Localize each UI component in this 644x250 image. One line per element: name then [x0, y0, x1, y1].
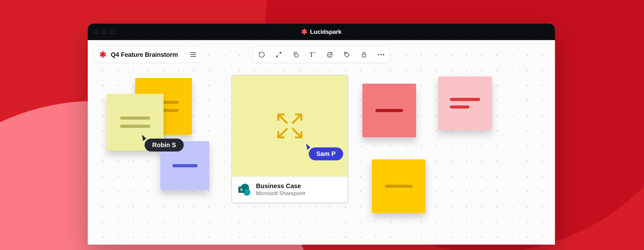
- svg-rect-5: [295, 54, 298, 57]
- window-minimize-button[interactable]: [102, 30, 107, 34]
- sticky-note[interactable]: [362, 84, 416, 137]
- document-title-button[interactable]: ✱ Q4 Feature Brainstorm: [94, 46, 185, 63]
- svg-point-14: [380, 54, 382, 55]
- selection-toolbar: T+: [253, 46, 390, 63]
- svg-line-18: [278, 129, 287, 138]
- expand-icon: [276, 51, 282, 58]
- svg-line-4: [276, 55, 278, 57]
- window-controls: [94, 30, 115, 34]
- document-title: Q4 Feature Brainstorm: [111, 51, 178, 58]
- embed-subtitle: Microsoft Sharepoint: [256, 190, 305, 197]
- svg-point-15: [383, 54, 384, 55]
- expand-button[interactable]: [270, 47, 287, 62]
- svg-line-16: [278, 115, 287, 123]
- window-zoom-button[interactable]: [110, 30, 115, 34]
- copy-icon: [293, 51, 299, 58]
- document-header: ✱ Q4 Feature Brainstorm: [94, 46, 202, 63]
- svg-line-19: [293, 129, 301, 138]
- lucidspark-logo-icon: ✱: [99, 51, 106, 59]
- svg-line-3: [279, 52, 281, 54]
- svg-point-7: [328, 54, 329, 55]
- app-window: ✱ Lucidspark ✱ Q4 Feature Brainstorm: [88, 24, 555, 245]
- app-name: Lucidspark: [310, 28, 341, 35]
- svg-rect-12: [362, 54, 366, 57]
- expand-arrows-icon: [275, 111, 305, 141]
- lock-button[interactable]: [355, 47, 373, 62]
- more-button[interactable]: [373, 47, 390, 62]
- embed-preview: [232, 75, 348, 176]
- collaborator-label: Sam P: [309, 147, 343, 160]
- window-titlebar: ✱ Lucidspark: [88, 24, 555, 40]
- svg-line-17: [293, 115, 301, 123]
- hamburger-icon: [190, 52, 196, 57]
- more-icon: [378, 54, 385, 56]
- text-button[interactable]: T+: [304, 47, 321, 62]
- collaborator-cursor-sam: Sam P: [309, 147, 343, 160]
- lock-icon: [361, 51, 367, 58]
- svg-point-6: [327, 52, 332, 57]
- text-icon: T+: [310, 51, 316, 58]
- sticky-note[interactable]: [372, 159, 426, 213]
- svg-point-8: [330, 54, 331, 55]
- refresh-icon: [258, 51, 265, 58]
- sharepoint-icon: S: [238, 184, 250, 196]
- emoji-button[interactable]: [321, 47, 338, 62]
- embedded-card[interactable]: S Business Case Microsoft Sharepoint: [231, 75, 348, 203]
- svg-point-13: [378, 54, 379, 55]
- lucidspark-logo-icon: ✱: [301, 28, 307, 36]
- collaborator-label: Robin S: [145, 139, 184, 152]
- copy-button[interactable]: [287, 47, 304, 62]
- collaborator-cursor-robin: Robin S: [145, 139, 184, 152]
- window-close-button[interactable]: [94, 30, 98, 34]
- embed-title: Business Case: [256, 182, 305, 190]
- tag-button[interactable]: [338, 47, 355, 62]
- tag-icon: [343, 51, 350, 58]
- embed-meta: S Business Case Microsoft Sharepoint: [232, 176, 348, 202]
- sticky-note[interactable]: [438, 76, 492, 130]
- emoji-icon: [326, 51, 333, 58]
- document-menu-button[interactable]: [185, 46, 202, 63]
- app-brand: ✱ Lucidspark: [301, 28, 341, 36]
- svg-point-11: [345, 53, 346, 54]
- refresh-button[interactable]: [253, 47, 270, 62]
- whiteboard-canvas[interactable]: ✱ Q4 Feature Brainstorm T+: [88, 40, 555, 245]
